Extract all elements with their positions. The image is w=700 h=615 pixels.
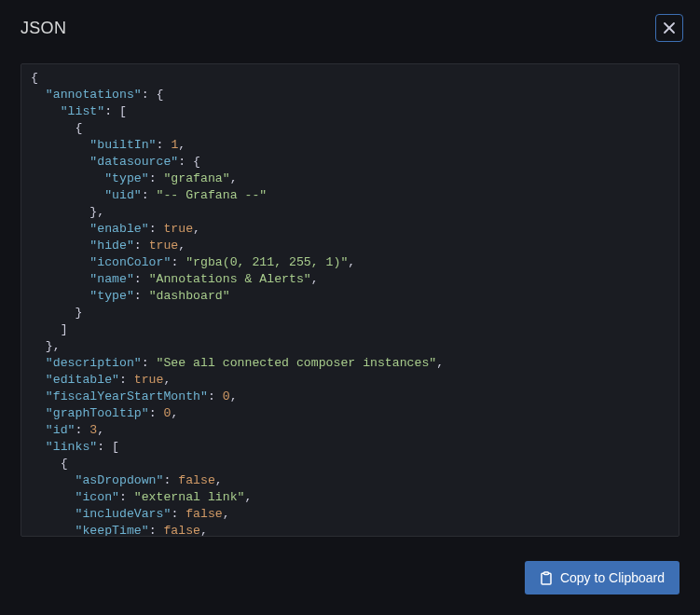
dialog-header: JSON	[0, 0, 700, 56]
clipboard-icon	[540, 571, 553, 585]
dialog-title: JSON	[21, 19, 66, 38]
json-code: { "annotations": { "list": [ { "builtIn"…	[31, 70, 669, 537]
copy-button-label: Copy to Clipboard	[560, 570, 665, 585]
copy-to-clipboard-button[interactable]: Copy to Clipboard	[525, 561, 679, 594]
close-button[interactable]	[655, 14, 683, 42]
dialog-footer: Copy to Clipboard	[525, 561, 679, 594]
svg-rect-2	[543, 572, 548, 575]
json-code-viewer[interactable]: { "annotations": { "list": [ { "builtIn"…	[21, 63, 679, 537]
close-icon	[663, 21, 676, 34]
